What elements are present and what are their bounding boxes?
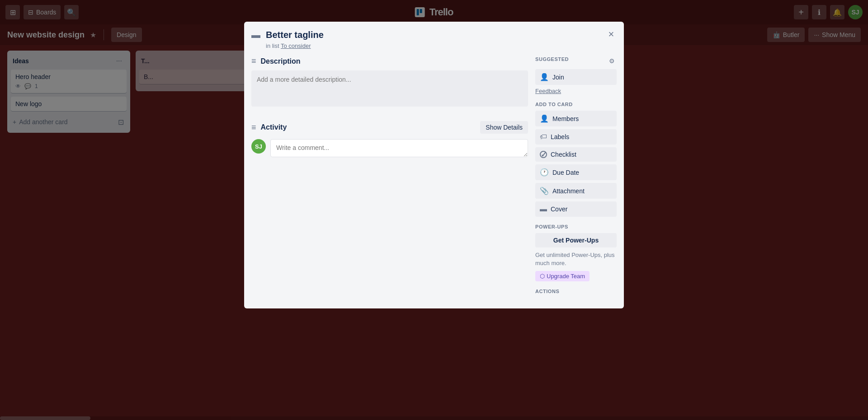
attachment-label: Attachment — [552, 187, 585, 195]
modal-main: ≡ Description ≡ Activity Show Details — [251, 56, 528, 298]
members-label: Members — [552, 115, 579, 122]
get-power-ups-label: Get Power-Ups — [553, 237, 599, 244]
modal-header: ▬ Better tagline in list To consider × — [251, 29, 617, 49]
join-button[interactable]: 👤 Join — [535, 69, 617, 85]
cover-icon: ▬ — [540, 205, 547, 213]
labels-icon: 🏷 — [540, 133, 547, 141]
close-icon: × — [609, 28, 614, 40]
checklist-label: Checklist — [551, 151, 576, 158]
card-detail-modal: ▬ Better tagline in list To consider × — [244, 22, 624, 308]
modal-title: Better tagline — [266, 29, 617, 41]
checklist-icon: ✓ — [540, 151, 547, 158]
list-name-link[interactable]: To consider — [281, 42, 311, 49]
description-title: Description — [261, 57, 301, 65]
labels-label: Labels — [551, 133, 569, 140]
activity-section: ≡ Activity Show Details SJ — [251, 121, 528, 157]
modal-sidebar: SUGGESTED ⚙ 👤 Join Feedback ADD TO CARD — [535, 56, 617, 298]
activity-title: Activity — [261, 123, 287, 131]
show-details-label: Show Details — [486, 124, 523, 131]
gear-icon: ⚙ — [609, 57, 615, 65]
description-section: ≡ Description — [251, 56, 528, 108]
activity-header-left: ≡ Activity — [251, 123, 287, 132]
comment-row: SJ — [251, 139, 528, 157]
actions-label: ACTIONS — [535, 289, 617, 294]
attachment-icon: 📎 — [540, 187, 549, 195]
due-date-button[interactable]: 🕐 Due Date — [535, 164, 617, 180]
cover-label: Cover — [551, 205, 567, 213]
power-ups-label: POWER-UPS — [535, 224, 617, 229]
modal-subtitle: in list To consider — [266, 42, 617, 49]
get-power-ups-button[interactable]: Get Power-Ups — [535, 233, 617, 247]
labels-button[interactable]: 🏷 Labels — [535, 129, 617, 145]
suggested-header: SUGGESTED ⚙ — [535, 56, 617, 65]
suggested-gear-button[interactable]: ⚙ — [607, 56, 617, 65]
power-ups-description: Get unlimited Power-Ups, plus much more. — [535, 251, 617, 267]
suggested-section: SUGGESTED ⚙ 👤 Join Feedback — [535, 56, 617, 94]
actions-section: ACTIONS — [535, 289, 617, 294]
upgrade-icon: ⬡ — [540, 273, 545, 280]
due-date-label: Due Date — [552, 169, 579, 176]
members-button[interactable]: 👤 Members — [535, 111, 617, 126]
comment-avatar: SJ — [251, 139, 266, 154]
modal-overlay[interactable]: ▬ Better tagline in list To consider × — [0, 0, 868, 420]
add-to-card-label: ADD TO CARD — [535, 102, 617, 107]
in-list-label: in list — [266, 42, 279, 49]
cover-button[interactable]: ▬ Cover — [535, 201, 617, 217]
suggested-label: SUGGESTED — [535, 56, 569, 62]
feedback-link[interactable]: Feedback — [535, 88, 617, 94]
members-icon: 👤 — [540, 114, 549, 123]
description-textarea[interactable] — [251, 70, 528, 107]
modal-body: ≡ Description ≡ Activity Show Details — [251, 56, 617, 298]
description-header: ≡ Description — [251, 56, 528, 66]
comment-input[interactable] — [270, 139, 528, 157]
modal-card-icon: ▬ — [251, 30, 260, 40]
modal-title-block: Better tagline in list To consider — [266, 29, 617, 49]
activity-icon: ≡ — [251, 123, 256, 132]
upgrade-team-button[interactable]: ⬡ Upgrade Team — [535, 271, 590, 281]
attachment-button[interactable]: 📎 Attachment — [535, 183, 617, 199]
join-label: Join — [552, 74, 564, 81]
due-date-icon: 🕐 — [540, 168, 549, 177]
power-ups-section: POWER-UPS Get Power-Ups Get unlimited Po… — [535, 224, 617, 281]
show-details-button[interactable]: Show Details — [480, 121, 528, 134]
upgrade-label: Upgrade Team — [547, 273, 585, 280]
add-to-card-section: ADD TO CARD 👤 Members 🏷 Labels ✓ Checkli… — [535, 102, 617, 217]
join-icon: 👤 — [540, 73, 549, 81]
comment-avatar-text: SJ — [255, 143, 262, 150]
modal-close-button[interactable]: × — [604, 27, 618, 42]
description-icon: ≡ — [251, 56, 256, 66]
activity-header: ≡ Activity Show Details — [251, 121, 528, 134]
checklist-button[interactable]: ✓ Checklist — [535, 147, 617, 162]
